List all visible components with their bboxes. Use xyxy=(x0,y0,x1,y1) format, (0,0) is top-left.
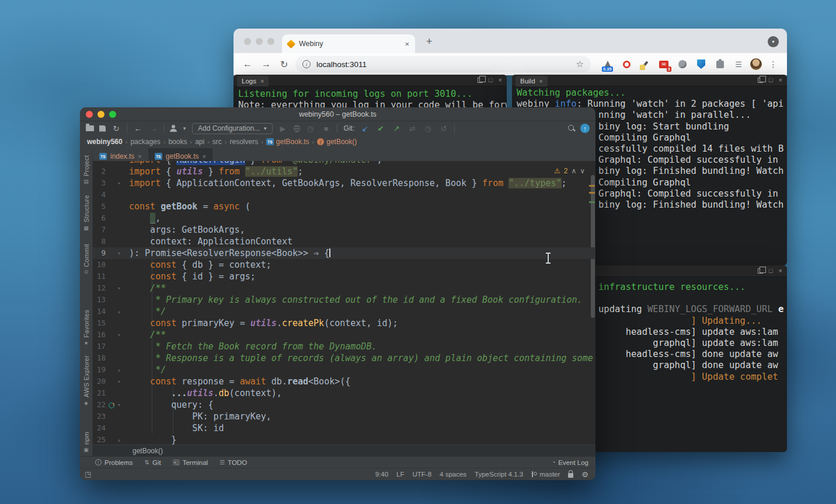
user-icon[interactable] xyxy=(170,125,177,132)
maximize-icon[interactable]: □ xyxy=(769,267,773,274)
extension-session-icon[interactable] xyxy=(676,58,689,71)
profile-avatar[interactable] xyxy=(750,58,762,71)
line-number[interactable]: 14 xyxy=(93,306,108,317)
code-line[interactable]: 7 args: GetBookArgs, xyxy=(93,224,595,236)
toolwindow-toggle-icon[interactable]: ◳ xyxy=(85,470,91,478)
toolwindow-todo[interactable]: ☰ TODO xyxy=(220,459,247,466)
breadcrumb-item[interactable]: api xyxy=(195,138,204,146)
breadcrumb-item[interactable]: src xyxy=(213,138,222,146)
gear-icon[interactable]: ⚙ xyxy=(581,470,588,479)
git-branch-widget[interactable]: master xyxy=(531,471,560,478)
line-number[interactable]: 7 xyxy=(93,224,108,236)
extension-colorpicker-icon[interactable] xyxy=(639,58,652,71)
extension-list-icon[interactable]: ☰ xyxy=(732,58,745,71)
browser-minimize-button[interactable] xyxy=(256,38,263,45)
float-window-icon[interactable] xyxy=(478,78,483,83)
bookmark-star-icon[interactable]: ☆ xyxy=(576,59,584,69)
code-line[interactable]: 3▿import { ApplicationContext, GetBookAr… xyxy=(93,177,595,189)
line-number[interactable]: 11 xyxy=(93,271,108,282)
code-line[interactable]: import { HandlerPlugin } from "@webiny/h… xyxy=(93,161,595,166)
line-number[interactable]: 4 xyxy=(93,189,108,201)
fold-marker-icon[interactable]: ▿ xyxy=(115,177,123,189)
breadcrumb-item[interactable]: fgetBook() xyxy=(317,138,357,146)
tab-close-icon[interactable]: × xyxy=(405,40,409,48)
code-line[interactable]: 22▿ query: { xyxy=(93,399,595,411)
git-push-icon[interactable]: ↗ xyxy=(391,124,402,133)
toolwindow-event-log[interactable]: ◔ Event Log xyxy=(552,459,588,466)
line-number[interactable]: 12 xyxy=(93,282,108,294)
code-line[interactable]: 16▿ /** xyxy=(93,329,595,341)
forward-icon[interactable]: → xyxy=(262,59,271,69)
lock-icon[interactable] xyxy=(568,473,573,478)
fold-marker-icon[interactable]: ▿ xyxy=(115,282,123,294)
browser-overflow-menu[interactable]: ⋮ xyxy=(767,58,780,71)
maximize-icon[interactable]: □ xyxy=(769,76,773,83)
profiler-icon[interactable]: ◷ xyxy=(305,124,316,133)
logs-tab-close-icon[interactable]: × xyxy=(260,78,264,85)
user-dropdown-icon[interactable]: ▾ xyxy=(182,125,187,131)
line-number[interactable]: 15 xyxy=(93,317,108,329)
code-line[interactable]: 24 SK: id xyxy=(93,422,595,434)
sidebar-item-aws-explorer[interactable]: AWS Explorer ◈ xyxy=(83,355,90,405)
new-tab-button[interactable]: + xyxy=(426,36,433,48)
browser-close-button[interactable] xyxy=(244,38,251,45)
code-line[interactable]: 2import { utils } from "../utils"; xyxy=(93,166,595,177)
fold-marker-icon[interactable]: ▵ xyxy=(115,306,123,317)
extension-shield-icon[interactable] xyxy=(695,58,708,71)
toolwindow-problems[interactable]: ! Problems xyxy=(95,459,133,466)
line-ending[interactable]: LF xyxy=(396,471,404,478)
fold-marker-icon[interactable]: ▿ xyxy=(115,399,123,411)
stop-icon[interactable]: ■ xyxy=(321,124,332,133)
line-number[interactable]: 24 xyxy=(93,422,108,434)
line-number[interactable]: 23 xyxy=(93,411,108,422)
sidebar-item-favorites[interactable]: Favorites ★ xyxy=(83,310,90,346)
build-tab-close-icon[interactable]: × xyxy=(539,78,543,85)
back-icon[interactable]: ← xyxy=(243,59,252,69)
line-number[interactable]: 16 xyxy=(93,329,108,341)
caret-position[interactable]: 9:40 xyxy=(375,471,388,478)
code-line[interactable]: 13 * Primary key is always constructed o… xyxy=(93,294,595,306)
line-number[interactable]: 3 xyxy=(93,177,108,189)
ide-update-icon[interactable]: ↑ xyxy=(580,124,590,133)
code-editor[interactable]: import { HandlerPlugin } from "@webiny/h… xyxy=(93,161,595,444)
code-line[interactable]: 19▵ */ xyxy=(93,364,595,376)
line-number[interactable]: 10 xyxy=(93,259,108,271)
code-line[interactable]: 9▿): Promise<ResolverResponse<Book>> ⇒ { xyxy=(93,247,595,259)
code-line[interactable]: 8 context: ApplicationContext xyxy=(93,236,595,247)
float-window-icon[interactable] xyxy=(758,268,763,274)
line-number[interactable]: 8 xyxy=(93,236,108,247)
ide-titlebar[interactable]: webiny560 – getBook.ts xyxy=(80,107,595,121)
code-line[interactable]: 17 * Fetch the Book record from the Dyna… xyxy=(93,341,595,352)
git-update-icon[interactable]: ↙ xyxy=(360,124,370,133)
code-line[interactable]: 11 const { id } = args; xyxy=(93,271,595,282)
line-number[interactable]: 18 xyxy=(93,352,108,364)
line-number[interactable]: 13 xyxy=(93,294,108,306)
line-number[interactable]: 20 xyxy=(93,376,108,387)
tab-close-icon[interactable]: × xyxy=(203,153,206,160)
code-line[interactable]: 6 _, xyxy=(93,212,595,224)
run-icon[interactable]: ▶ xyxy=(278,124,288,133)
code-line[interactable]: 14▵ */ xyxy=(93,306,595,317)
code-line[interactable]: 18 * Response is a tuple of records (alw… xyxy=(93,352,595,364)
browser-zoom-button[interactable] xyxy=(267,38,274,45)
extension-puzzle-icon[interactable] xyxy=(713,58,726,71)
code-line[interactable]: 25▵ } xyxy=(93,434,595,444)
git-commit-icon[interactable]: ✔ xyxy=(375,124,386,133)
sidebar-item-commit[interactable]: Commit ⊙ xyxy=(83,244,90,275)
breadcrumb-item[interactable]: packages xyxy=(130,138,160,146)
line-number[interactable]: 19 xyxy=(93,364,108,376)
tab-close-icon[interactable]: × xyxy=(138,153,141,160)
toolwindow-git[interactable]: ⇅ Git xyxy=(145,459,161,466)
fold-marker-icon[interactable]: ▿ xyxy=(115,247,123,259)
line-number[interactable] xyxy=(93,161,108,166)
code-line[interactable]: 21 ...utils.db(context), xyxy=(93,387,595,399)
sync-icon[interactable]: ↻ xyxy=(111,124,121,133)
search-everywhere-icon[interactable] xyxy=(568,125,575,132)
navigate-back-icon[interactable]: ← xyxy=(133,124,143,133)
typescript-version[interactable]: TypeScript 4.1.3 xyxy=(475,471,523,478)
maximize-icon[interactable]: □ xyxy=(489,76,493,83)
line-number[interactable]: 9 xyxy=(93,247,108,259)
file-encoding[interactable]: UTF-8 xyxy=(412,471,431,478)
close-icon[interactable]: × xyxy=(779,267,782,274)
reload-icon[interactable]: ↻ xyxy=(280,59,288,70)
